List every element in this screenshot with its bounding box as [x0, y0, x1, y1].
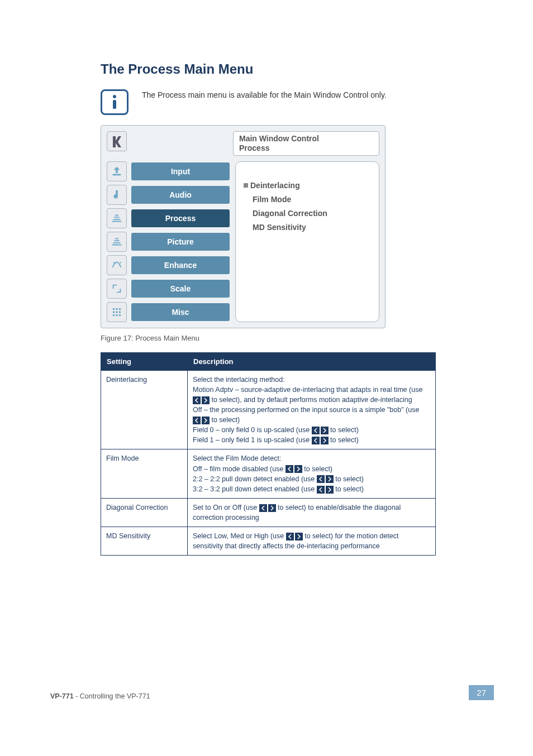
footer-line: VP-771 - Controlling the VP-771	[50, 692, 150, 700]
kramer-logo-icon	[107, 131, 127, 151]
svg-point-10	[116, 314, 118, 316]
picture-icon	[107, 232, 127, 252]
scale-icon	[107, 279, 127, 299]
menu-label: Scale	[131, 280, 230, 298]
misc-icon	[107, 302, 127, 322]
footer-model: VP-771	[50, 692, 74, 700]
device-panel: Main Window Control Process InputAudioPr…	[101, 125, 386, 328]
option-item[interactable]: Diagonal Correction	[244, 207, 371, 221]
table-row: Diagonal CorrectionSet to On or Off (use…	[101, 498, 436, 527]
arrow-buttons-icon	[193, 417, 210, 424]
table-header-description: Description	[188, 352, 436, 370]
input-icon	[107, 161, 127, 181]
table-header-setting: Setting	[101, 352, 188, 370]
audio-icon	[107, 185, 127, 205]
process-icon	[107, 208, 127, 228]
menu-item-process[interactable]: Process	[107, 208, 230, 228]
enhance-icon	[107, 255, 127, 275]
options-panel: DeinterlacingFilm ModeDiagonal Correctio…	[235, 161, 379, 322]
menu-label: Audio	[131, 186, 230, 204]
page-number-badge: 27	[469, 685, 494, 700]
arrow-buttons-icon	[259, 504, 276, 512]
info-icon	[101, 89, 129, 115]
setting-description: Set to On or Off (use to select) to enab…	[188, 498, 436, 527]
option-label: MD Sensitivity	[253, 221, 306, 235]
option-label: Diagonal Correction	[253, 207, 327, 221]
settings-table: Setting Description DeinterlacingSelect …	[101, 352, 436, 556]
option-label: Film Mode	[253, 193, 291, 207]
svg-point-4	[116, 308, 118, 310]
panel-header-line2: Process	[239, 143, 373, 153]
menu-label: Process	[131, 209, 230, 227]
menu-item-audio[interactable]: Audio	[107, 185, 230, 205]
panel-header-line1: Main Window Control	[239, 134, 373, 143]
svg-point-6	[113, 311, 115, 313]
setting-name: MD Sensitivity	[101, 527, 188, 556]
option-label: Deinterlacing	[250, 179, 300, 193]
menu-label: Picture	[131, 233, 230, 251]
bullet-icon	[244, 183, 248, 188]
svg-point-5	[119, 308, 121, 310]
menu-item-enhance[interactable]: Enhance	[107, 255, 230, 275]
panel-header: Main Window Control Process	[233, 131, 379, 156]
menu-item-scale[interactable]: Scale	[107, 279, 230, 299]
menu-label: Misc	[131, 303, 230, 321]
menu-label: Enhance	[131, 256, 230, 274]
menu-item-input[interactable]: Input	[107, 161, 230, 181]
menu-label: Input	[131, 162, 230, 180]
option-item[interactable]: MD Sensitivity	[244, 221, 371, 235]
svg-rect-1	[113, 100, 116, 109]
table-row: Film ModeSelect the Film Mode detect:Off…	[101, 449, 436, 499]
arrow-buttons-icon	[317, 486, 334, 494]
svg-rect-2	[113, 174, 121, 175]
arrow-buttons-icon	[312, 437, 329, 444]
setting-description: Select the interlacing method:Motion Adp…	[188, 370, 436, 449]
menu-item-misc[interactable]: Misc	[107, 302, 230, 322]
section-heading: The Process Main Menu	[101, 61, 460, 77]
svg-point-9	[113, 314, 115, 316]
svg-point-8	[119, 311, 121, 313]
setting-name: Deinterlacing	[101, 370, 188, 449]
info-note-row: The Process main menu is available for t…	[101, 89, 460, 115]
menu-column: InputAudioProcessPictureEnhanceScaleMisc	[107, 161, 230, 322]
setting-name: Diagonal Correction	[101, 498, 188, 527]
arrow-buttons-icon	[285, 465, 302, 473]
figure-caption: Figure 17: Process Main Menu	[101, 334, 460, 342]
arrow-buttons-icon	[193, 396, 210, 404]
option-item[interactable]: Deinterlacing	[244, 179, 371, 193]
footer-text: - Controlling the VP-771	[74, 692, 150, 700]
table-row: DeinterlacingSelect the interlacing meth…	[101, 370, 436, 449]
setting-description: Select the Film Mode detect:Off – film m…	[188, 449, 436, 499]
arrow-buttons-icon	[312, 427, 329, 434]
option-item[interactable]: Film Mode	[244, 193, 371, 207]
table-row: MD SensitivitySelect Low, Med or High (u…	[101, 527, 436, 556]
info-note-text: The Process main menu is available for t…	[142, 89, 387, 101]
svg-point-0	[113, 95, 116, 98]
setting-description: Select Low, Med or High (use to select) …	[188, 527, 436, 556]
arrow-buttons-icon	[317, 475, 334, 483]
arrow-buttons-icon	[286, 533, 303, 540]
menu-item-picture[interactable]: Picture	[107, 232, 230, 252]
setting-name: Film Mode	[101, 449, 188, 499]
svg-point-11	[119, 314, 121, 316]
svg-point-3	[113, 308, 115, 310]
svg-point-7	[116, 311, 118, 313]
